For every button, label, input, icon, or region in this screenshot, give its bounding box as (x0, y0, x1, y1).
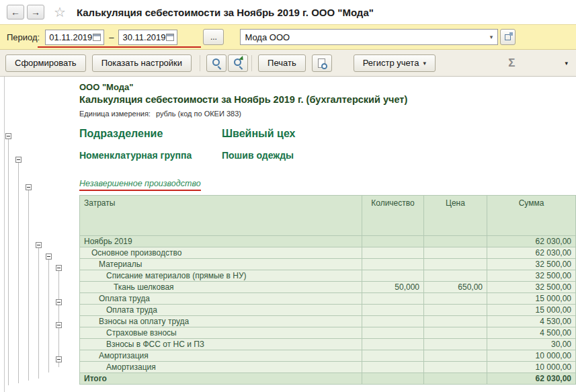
tree-collapse-button[interactable] (15, 157, 22, 163)
search-next-icon (233, 58, 243, 68)
column-header-price[interactable]: Цена (424, 196, 487, 236)
tree-collapse-button[interactable] (5, 133, 11, 139)
cell-sum[interactable]: 15 000,00 (487, 305, 576, 316)
calendar-icon[interactable] (166, 34, 174, 41)
cell-sum[interactable]: 15 000,00 (487, 293, 576, 305)
tree-collapse-button[interactable] (56, 265, 62, 271)
caret-down-icon: ▾ (423, 60, 426, 67)
autosum-indicator: Σ (508, 56, 515, 70)
cell-price[interactable] (424, 327, 487, 339)
generate-button[interactable]: Сформировать (5, 54, 86, 72)
cell-qty[interactable] (362, 350, 424, 362)
cell-price[interactable] (424, 270, 487, 282)
period-from-input[interactable]: 01.11.2019 (45, 30, 104, 45)
cell-qty[interactable] (362, 316, 424, 327)
toolbar-overflow-button[interactable]: ▾ (563, 58, 569, 68)
cell-sum[interactable]: 32 500,00 (487, 282, 576, 293)
tree-line (8, 139, 9, 385)
cell-label[interactable]: Основное производство (80, 247, 362, 259)
cell-qty[interactable] (362, 293, 424, 305)
cell-label[interactable]: Амортизация (80, 350, 362, 362)
table-row: Ткань шелковая50,000650,0032 500,00 (80, 282, 576, 293)
print-preview-button[interactable] (312, 54, 332, 72)
organization-select[interactable]: Мода ООО ▾ (240, 29, 498, 45)
open-organization-button[interactable] (500, 29, 516, 45)
table-row-total: Итого62 030,00 (80, 373, 576, 385)
tree-collapse-button[interactable] (56, 299, 62, 305)
cell-label[interactable]: Материалы (80, 259, 362, 270)
cell-price[interactable] (424, 350, 487, 362)
cell-label[interactable]: Итого (80, 373, 362, 385)
cell-qty[interactable] (362, 247, 424, 259)
cell-price[interactable] (424, 373, 487, 385)
cell-sum[interactable]: 62 030,00 (487, 247, 576, 259)
show-settings-button[interactable]: Показать настройки (92, 54, 192, 72)
favorite-star-icon[interactable]: ☆ (54, 5, 66, 19)
cell-price[interactable]: 650,00 (424, 282, 487, 293)
period-more-button[interactable]: ... (203, 29, 224, 45)
print-button[interactable]: Печать (258, 54, 306, 72)
table-row: Списание материалов (прямые в НУ)32 500,… (80, 270, 576, 282)
search-next-button[interactable] (228, 54, 248, 72)
cell-price[interactable] (424, 247, 487, 259)
cell-label[interactable]: Амортизация (80, 362, 362, 373)
open-form-icon (505, 34, 511, 40)
register-menu-button[interactable]: Регистр учета ▾ (354, 54, 436, 72)
cell-price[interactable] (424, 293, 487, 305)
cell-sum[interactable]: 62 030,00 (487, 236, 576, 247)
tree-line (58, 271, 59, 367)
calendar-icon[interactable] (93, 34, 101, 41)
cell-sum[interactable]: 30,00 (487, 339, 576, 350)
tree-line (48, 260, 49, 373)
tree-collapse-button[interactable] (26, 184, 32, 190)
column-header-costs[interactable]: Затраты (80, 196, 362, 236)
column-header-quantity[interactable]: Количество (362, 196, 424, 236)
tree-collapse-button[interactable] (56, 322, 62, 328)
cell-price[interactable] (424, 316, 487, 327)
cell-label[interactable]: Взносы в ФСС от НС и ПЗ (80, 339, 362, 350)
cell-qty[interactable]: 50,000 (362, 282, 424, 293)
cell-label[interactable]: Оплата труда (80, 293, 362, 305)
cell-label[interactable]: Ткань шелковая (80, 282, 362, 293)
cell-sum[interactable]: 32 500,00 (487, 270, 576, 282)
cell-qty[interactable] (362, 362, 424, 373)
report-area: ООО "Мода" Калькуляция себестоимости за … (0, 77, 576, 392)
cell-qty[interactable] (362, 259, 424, 270)
cell-sum[interactable]: 62 030,00 (487, 373, 576, 385)
cell-label[interactable]: Взносы на оплату труда (80, 316, 362, 327)
cell-qty[interactable] (362, 373, 424, 385)
cell-label[interactable]: Страховые взносы (80, 327, 362, 339)
cell-qty[interactable] (362, 305, 424, 316)
cell-qty[interactable] (362, 270, 424, 282)
column-header-sum[interactable]: Сумма (487, 196, 576, 236)
cell-price[interactable] (424, 259, 487, 270)
cell-label[interactable]: Оплата труда (80, 305, 362, 316)
department-row: ПодразделениеШвейный цех (79, 128, 576, 140)
dropdown-caret-icon[interactable]: ▾ (485, 30, 497, 44)
cell-sum[interactable]: 10 000,00 (487, 350, 576, 362)
cell-qty[interactable] (362, 327, 424, 339)
cell-qty[interactable] (362, 339, 424, 350)
table-row: Основное производство62 030,00 (80, 247, 576, 259)
tree-collapse-button[interactable] (36, 242, 42, 248)
cell-sum[interactable]: 32 500,00 (487, 259, 576, 270)
back-button[interactable]: ← (7, 5, 24, 19)
table-row: Взносы на оплату труда4 530,00 (80, 316, 576, 327)
period-to-input[interactable]: 30.11.2019 (118, 30, 177, 45)
unit-label: Единица измерения: (79, 110, 151, 118)
cell-sum[interactable]: 10 000,00 (487, 362, 576, 373)
cell-sum[interactable]: 4 500,00 (487, 327, 576, 339)
tree-collapse-button[interactable] (46, 253, 52, 260)
forward-button[interactable]: → (27, 5, 44, 19)
cell-sum[interactable]: 4 530,00 (487, 316, 576, 327)
cell-label[interactable]: Ноябрь 2019 (80, 236, 362, 247)
search-button[interactable] (206, 54, 227, 72)
cell-label[interactable]: Списание материалов (прямые в НУ) (80, 270, 362, 282)
cell-qty[interactable] (362, 236, 424, 247)
tree-collapse-button[interactable] (56, 356, 62, 362)
cell-price[interactable] (424, 236, 487, 247)
cell-price[interactable] (424, 305, 487, 316)
cell-price[interactable] (424, 362, 487, 373)
cell-price[interactable] (424, 339, 487, 350)
table-header-row: Затраты Количество Цена Сумма (80, 196, 576, 236)
